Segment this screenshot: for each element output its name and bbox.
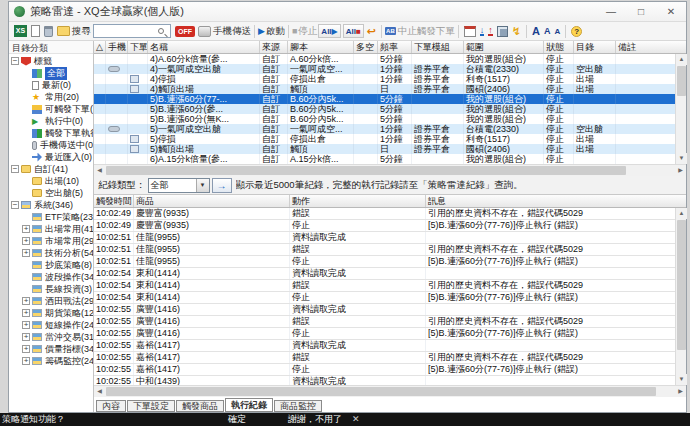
column-header-directory[interactable]: 目錄 <box>574 41 616 53</box>
notification-decline-button[interactable]: 謝謝，不用了 <box>288 413 342 426</box>
column-header-side[interactable]: 多空 <box>354 41 378 53</box>
table-row[interactable]: 5)停損 自訂 停損出倉 1分鐘 證券平倉 利奇(1517) 停止 出場 <box>94 134 675 144</box>
scroll-down-arrow[interactable]: ▼ <box>676 153 687 164</box>
search-input[interactable] <box>94 26 156 37</box>
tree-item[interactable]: 全部 <box>9 67 93 79</box>
font-default-icon[interactable]: A <box>544 26 551 36</box>
tree-expand-toggle[interactable] <box>22 225 30 233</box>
column-header-frequency[interactable]: 頻率 <box>378 41 412 53</box>
tree-expand-toggle[interactable] <box>11 57 19 65</box>
scroll-thumb[interactable] <box>106 387 656 396</box>
title-bar[interactable]: 策略雷達 - XQ全球贏家(個人版) — □ ✕ <box>9 2 686 22</box>
log-row[interactable]: 10:02:55 嘉裕(1417) 停止 [5)B.連漲60分(77-76)]停… <box>94 364 675 376</box>
table-row[interactable]: 4)停損 自訂 停損出倉 1分鐘 證券平倉 利奇(1517) 停止 出場 <box>94 74 675 84</box>
notification-close-icon[interactable]: ✕ <box>352 413 360 426</box>
table-row[interactable]: 5)觸頂出場 自訂 觸頂 日 證券平倉 國碩(2406) 停止 出場 <box>94 144 675 154</box>
new-strategy-icon[interactable] <box>31 25 40 37</box>
tree-item[interactable]: 空出艙(5) <box>9 187 93 199</box>
refresh-log-button[interactable]: → <box>212 178 232 193</box>
font-decrease-icon[interactable]: A <box>554 27 560 36</box>
table-row[interactable]: 4)一氣呵成空出艙 自訂 一氣呵成空... 1分鐘 證券平倉 台積電(2330)… <box>94 64 675 74</box>
scroll-up-arrow[interactable]: ▲ <box>676 208 687 219</box>
table-row[interactable]: 5)B.連漲60分(參... 自訂 B.60分內5k... 5分鐘 我的選股(組… <box>94 104 675 114</box>
tree-expand-toggle[interactable] <box>22 357 30 365</box>
export-excel-icon[interactable]: XS <box>14 25 27 37</box>
import-icon[interactable]: ↓ <box>480 26 485 36</box>
log-table-vscrollbar[interactable]: ▲ ▼ <box>675 208 686 385</box>
tree-item[interactable]: 可觸發下單(5) <box>9 103 93 115</box>
column-header-source[interactable]: 來源 <box>260 41 288 53</box>
notify-off-toggle[interactable]: OFF <box>175 26 195 37</box>
tree-item[interactable]: 常用(20) <box>9 91 93 103</box>
tree-item[interactable]: 價量指標(34) <box>9 343 93 355</box>
table-row[interactable]: 4)A.60分k倍量(參... 自訂 A.60分k倍... 5分鐘 我的選股(組… <box>94 54 675 64</box>
table-row[interactable]: 5)B.連漲60分(無K... 自訂 B.60分內5k... 5分鐘 我的選股(… <box>94 114 675 124</box>
column-header-range[interactable]: 範圍 <box>464 41 544 53</box>
tree-expand-toggle[interactable] <box>11 165 19 173</box>
notify-toggle-slider[interactable] <box>198 26 211 37</box>
log-row[interactable]: 10:02:51 佳龍(9955) 資料讀取完成 <box>94 232 675 244</box>
undo-icon[interactable]: ↩ <box>367 26 376 37</box>
tree-item[interactable]: 自訂(41) <box>9 163 93 175</box>
start-button[interactable]: 啟動 <box>266 25 285 38</box>
search-box[interactable] <box>93 24 171 38</box>
quick-trade-icon[interactable]: ↯ <box>512 25 521 38</box>
column-header-order-module[interactable]: 下單模組 <box>412 41 464 53</box>
scroll-thumb[interactable] <box>677 220 686 350</box>
chevron-down-icon[interactable]: ▼ <box>196 179 209 192</box>
column-header-product[interactable]: 商品 <box>134 195 290 207</box>
tree-item[interactable]: ETF策略(23) <box>9 211 93 223</box>
log-row[interactable]: 10:02:54 東和(1414) 資料讀取完成 <box>94 268 675 280</box>
start-icon[interactable]: ▶ <box>258 26 265 36</box>
tree-item[interactable]: 最新(0) <box>9 79 93 91</box>
calendar-icon[interactable] <box>464 26 476 37</box>
tree-expand-toggle[interactable] <box>11 201 19 209</box>
stop-icon[interactable]: ■ <box>292 26 297 36</box>
export-icon[interactable]: ↑ <box>488 26 493 36</box>
tree-item[interactable]: 當沖交易(31) <box>9 331 93 343</box>
tree-item[interactable]: 標籤 <box>9 55 93 67</box>
bottom-tab[interactable]: 觸發商品 <box>176 400 224 412</box>
log-row[interactable]: 10:02:55 中和(1439) 資料讀取完成 <box>94 376 675 385</box>
performance-icon[interactable] <box>497 26 508 37</box>
column-header-message[interactable]: 訊息 <box>426 195 686 207</box>
scroll-thumb[interactable] <box>677 66 686 96</box>
tree-item[interactable]: 市場常用(29) <box>9 235 93 247</box>
tree-item[interactable]: 期貨策略(12) <box>9 307 93 319</box>
column-header-order[interactable]: 下單 <box>128 41 148 53</box>
log-row[interactable]: 10:02:55 嘉裕(1417) 錯誤 引用的歷史資料不存在，錯誤代碼5029 <box>94 352 675 364</box>
minimize-button[interactable]: — <box>596 2 626 22</box>
log-table-hscrollbar[interactable]: ◀ ▶ <box>94 385 686 397</box>
tree-item[interactable]: 長線投資(3) <box>9 283 93 295</box>
abort-trigger-icon[interactable]: AB <box>385 27 396 35</box>
notification-confirm-button[interactable]: 確定 <box>228 413 246 426</box>
tree-item[interactable]: 出場常用(41) <box>9 223 93 235</box>
mobile-send-button[interactable]: 手機傳送 <box>213 25 251 38</box>
column-header-trigger-time[interactable]: 觸發時間 <box>94 195 134 207</box>
strategy-table-hscrollbar[interactable]: ◀ ▶ <box>94 164 686 176</box>
column-header-action[interactable]: 動作 <box>290 195 426 207</box>
table-row[interactable]: 5)一氣呵成空出艙 自訂 一氣呵成空... 1分鐘 證券平倉 台積電(2330)… <box>94 124 675 134</box>
tree-item[interactable]: 波段操作(34) <box>9 271 93 283</box>
tree-item[interactable]: 抄底策略(8) <box>9 259 93 271</box>
bottom-tab[interactable]: 下單設定 <box>127 400 175 412</box>
stop-button[interactable]: 停止 <box>298 25 317 38</box>
help-icon[interactable]: ? <box>571 26 582 37</box>
font-increase-icon[interactable]: A <box>532 25 540 37</box>
tree-item[interactable]: 酒田戰法(29) <box>9 295 93 307</box>
tree-expand-toggle[interactable] <box>22 309 30 317</box>
delete-icon[interactable] <box>44 26 53 37</box>
tree-item[interactable]: 技術分析(54) <box>9 247 93 259</box>
bottom-tab[interactable]: 商品監控 <box>274 400 322 412</box>
scroll-left-arrow[interactable]: ◀ <box>94 165 105 176</box>
tree-expand-toggle[interactable] <box>22 333 30 341</box>
start-all-button[interactable]: All▶ <box>318 24 340 38</box>
tree-item[interactable]: 觸發下單執行中(0) <box>9 127 93 139</box>
column-header-status[interactable]: 狀態 <box>544 41 574 53</box>
maximize-button[interactable]: □ <box>626 2 656 22</box>
table-row[interactable]: 6)A.15分k倍量(參... 自訂 A.15分k倍... 5分鐘 我的選股(組… <box>94 154 675 164</box>
scroll-right-arrow[interactable]: ▶ <box>675 386 686 397</box>
log-row[interactable]: 10:02:49 慶豐富(9935) 停止 [5)B.連漲60分(77-76)]… <box>94 220 675 232</box>
column-header-mobile[interactable]: 手機 <box>106 41 128 53</box>
table-row[interactable]: 4)觸頂出場 自訂 觸頂 日 證券平倉 國碩(2406) 停止 出場 <box>94 84 675 94</box>
